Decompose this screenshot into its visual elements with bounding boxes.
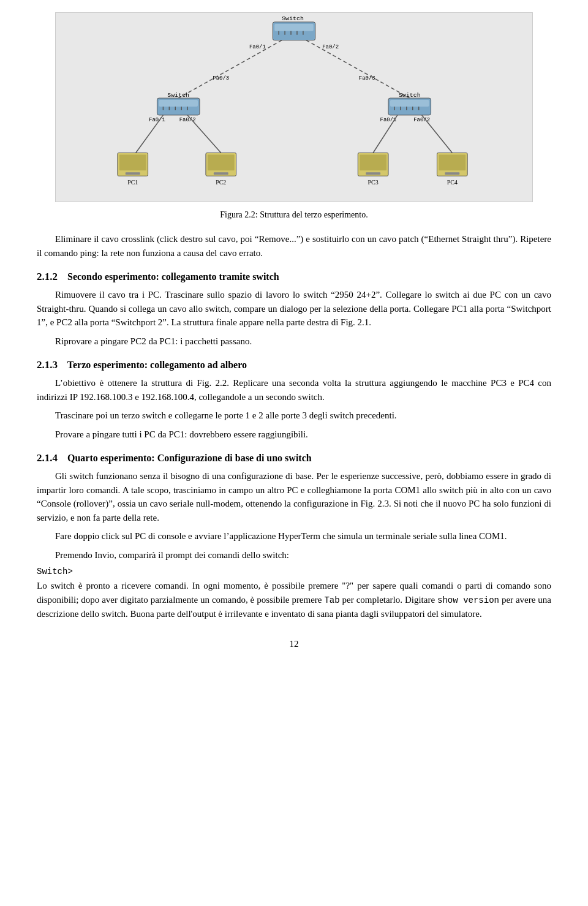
section-2-1-4-after-prompt: Lo switch è pronto a ricevere comandi. I… [37,579,551,621]
svg-rect-26 [390,100,429,107]
svg-text:PC4: PC4 [447,179,458,186]
section-2-1-3-heading: 2.1.3 Terzo esperimento: collegamento ad… [37,359,551,371]
svg-text:PC3: PC3 [368,179,379,186]
section-2-1-2-heading: 2.1.2 Secondo esperimento: collegamento … [37,271,551,283]
section-2-1-4-number: 2.1.4 [37,452,58,464]
show-version-command: show version [437,595,499,605]
svg-text:Fa0/3: Fa0/3 [213,75,229,81]
svg-rect-2 [274,24,314,31]
tab-key: Tab [324,595,339,605]
svg-rect-53 [445,172,459,175]
svg-text:Switch: Switch [167,92,189,99]
intro-paragraph: Eliminare il cavo crosslink (click destr… [37,232,551,260]
figure-caption: Figura 2.2: Struttura del terzo esperime… [37,208,551,221]
svg-rect-48 [360,154,386,170]
svg-rect-16 [159,100,198,107]
svg-rect-44 [208,154,235,170]
svg-rect-49 [366,172,380,175]
svg-text:PC2: PC2 [216,179,226,186]
svg-text:Fa0/2: Fa0/2 [322,44,339,50]
svg-text:Fa0/3: Fa0/3 [359,75,375,81]
svg-rect-41 [126,172,140,175]
section-2-1-2-para-2: Riprovare a pingare PC2 da PC1: i pacche… [37,334,551,349]
section-2-1-4-para-3: Premendo Invio, comparirà il prompt dei … [37,548,551,562]
section-2-1-4-title: Quarto esperimento: Configurazione di ba… [67,453,312,463]
svg-rect-52 [439,154,466,170]
svg-text:Switch: Switch [282,15,304,22]
svg-rect-45 [214,172,228,175]
section-2-1-3-title: Terzo esperimento: collegamento ad alber… [67,360,247,370]
section-2-1-2-title: Secondo esperimento: collegamento tramit… [67,271,279,282]
section-2-1-4-para-1: Gli switch funzionano senza il bisogno d… [37,469,551,524]
section-2-1-4-para-2: Fare doppio click sul PC di console e av… [37,529,551,543]
network-diagram: Switch Fa0/1 Fa0/2 Fa0/3 Fa0/3 Switch Fa… [55,12,533,202]
section-2-1-3: 2.1.3 Terzo esperimento: collegamento ad… [37,359,551,441]
section-2-1-3-para-3: Provare a pingare tutti i PC da PC1: dov… [37,428,551,442]
svg-text:Fa0/1: Fa0/1 [249,44,266,50]
section-2-1-2-para-1: Rimuovere il cavo tra i PC. Trascinare s… [37,288,551,330]
section-2-1-4-heading: 2.1.4 Quarto esperimento: Configurazione… [37,452,551,464]
svg-rect-40 [119,154,146,170]
page: Switch Fa0/1 Fa0/2 Fa0/3 Fa0/3 Switch Fa… [0,12,588,649]
svg-text:PC1: PC1 [127,179,138,186]
section-2-1-3-number: 2.1.3 [37,359,58,371]
section-2-1-3-para-2: Trascinare poi un terzo switch e collega… [37,409,551,423]
switch-prompt: Switch> [37,567,551,576]
section-2-1-2-number: 2.1.2 [37,271,58,282]
svg-text:Fa0/1: Fa0/1 [149,117,165,123]
section-2-1-2: 2.1.2 Secondo esperimento: collegamento … [37,271,551,348]
svg-text:Switch: Switch [399,92,421,99]
section-2-1-4: 2.1.4 Quarto esperimento: Configurazione… [37,452,551,621]
section-2-1-3-para-1: L’obiettivo è ottenere la struttura di F… [37,376,551,404]
page-number: 12 [37,639,551,649]
